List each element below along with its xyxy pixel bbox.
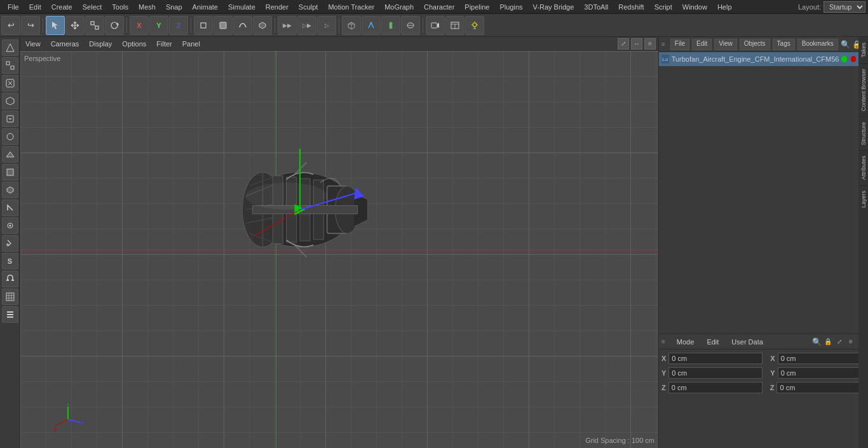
attr-edit-btn[interactable]: Edit	[703, 337, 722, 347]
select-tool-button[interactable]	[46, 16, 65, 35]
menu-sculpt[interactable]: Sculpt	[294, 2, 323, 12]
menu-select[interactable]: Select	[78, 2, 107, 12]
sidebar-btn-s[interactable]: S	[2, 253, 18, 269]
menu-script[interactable]: Script	[649, 2, 677, 12]
render-active-view-button[interactable]: ▷	[317, 16, 336, 35]
viewport-menu-options[interactable]: Options	[119, 39, 149, 49]
menu-plugins[interactable]: Plugins	[494, 2, 527, 12]
menu-tools[interactable]: Tools	[107, 2, 133, 12]
sidebar-btn-3[interactable]	[2, 75, 18, 92]
menu-motion-tracker[interactable]: Motion Tracker	[323, 2, 379, 12]
layout-select[interactable]: Startup	[824, 1, 865, 13]
viewport-icon-config[interactable]: ≡	[644, 38, 656, 50]
sidebar-btn-paint[interactable]	[2, 235, 18, 252]
attr-userdata-btn[interactable]: User Data	[728, 337, 767, 347]
knife-tool-button[interactable]	[381, 16, 400, 35]
viewport-menu-cameras[interactable]: Cameras	[48, 39, 82, 49]
menu-window[interactable]: Window	[677, 2, 712, 12]
scale-tool-button[interactable]	[85, 16, 104, 35]
sidebar-btn-corner[interactable]	[2, 200, 18, 216]
menu-mograph[interactable]: MoGraph	[379, 2, 419, 12]
edge-tab-layers[interactable]: Layers	[858, 185, 868, 213]
sidebar-btn-grid[interactable]	[2, 288, 18, 305]
menu-3dtoall[interactable]: 3DToAll	[579, 2, 613, 12]
sidebar-btn-layers[interactable]	[2, 306, 18, 323]
objects-edit-menu[interactable]: Edit	[692, 39, 712, 50]
attr-x-pos-input[interactable]	[668, 353, 763, 364]
menu-vray[interactable]: V-Ray Bridge	[528, 2, 580, 12]
render-picture-viewer-button[interactable]: ▷▶	[297, 16, 316, 35]
sidebar-btn-6[interactable]	[2, 128, 18, 145]
attr-config-icon[interactable]: ≡	[846, 337, 856, 347]
move-tool-button[interactable]	[65, 16, 85, 35]
attr-hx-input[interactable]	[778, 353, 868, 364]
sidebar-btn-magnet[interactable]	[2, 271, 18, 287]
objects-search-icon[interactable]: 🔍	[841, 39, 851, 50]
objects-objects-menu[interactable]: Objects	[740, 39, 770, 50]
redo-button[interactable]: ↪	[21, 16, 40, 35]
menu-redshift[interactable]: Redshift	[613, 2, 649, 12]
objects-file-menu[interactable]: File	[670, 39, 689, 50]
z-axis-button[interactable]: Z	[169, 16, 188, 35]
sidebar-btn-8[interactable]	[2, 164, 18, 180]
edge-tab-structure[interactable]: Structure	[858, 116, 868, 151]
sidebar-btn-7[interactable]	[2, 146, 18, 163]
sidebar-btn-2[interactable]	[2, 57, 18, 74]
camera-button[interactable]	[426, 16, 445, 35]
toolbar-primitives-group	[342, 16, 420, 35]
rotate-tool-button[interactable]	[105, 16, 124, 35]
attr-lock-icon[interactable]: 🔒	[823, 337, 833, 347]
attr-hz-input[interactable]	[776, 382, 868, 393]
attr-hx-label: X	[770, 355, 775, 362]
viewport-menu-panel[interactable]: Panel	[180, 39, 203, 49]
light-button[interactable]	[465, 16, 484, 35]
object-item-engine[interactable]: Lo Turbofan_Aircraft_Engine_CFM_Internat…	[659, 52, 858, 66]
edge-tab-attributes[interactable]: Attributes	[858, 150, 868, 185]
sidebar-btn-5[interactable]	[2, 111, 18, 127]
menu-edit[interactable]: Edit	[24, 2, 46, 12]
viewport-canvas[interactable]: Perspective	[20, 51, 658, 448]
cube-button[interactable]	[342, 16, 361, 35]
undo-button[interactable]: ↩	[1, 16, 20, 35]
x-axis-button[interactable]: X	[130, 16, 149, 35]
sidebar-btn-1[interactable]	[2, 39, 18, 56]
attr-y-pos-input[interactable]	[668, 367, 763, 379]
sidebar-btn-knife[interactable]	[2, 217, 18, 234]
menu-pipeline[interactable]: Pipeline	[459, 2, 494, 12]
viewport-menu-view[interactable]: View	[23, 39, 43, 49]
edge-tab-content-browser[interactable]: Content Browser	[858, 63, 868, 116]
objects-bookmarks-menu[interactable]: Bookmarks	[797, 39, 838, 50]
menu-render[interactable]: Render	[261, 2, 294, 12]
viewport-menu-filter[interactable]: Filter	[154, 39, 174, 49]
view-settings-button[interactable]	[445, 16, 465, 35]
menu-file[interactable]: File	[3, 2, 24, 12]
sidebar-btn-4[interactable]	[2, 93, 18, 109]
polygon-object-button[interactable]	[214, 16, 233, 35]
attr-z-pos-input[interactable]	[668, 382, 763, 393]
objects-view-menu[interactable]: View	[714, 39, 737, 50]
attr-hy-input[interactable]	[778, 367, 868, 379]
sidebar-btn-9[interactable]	[2, 182, 18, 198]
menu-animate[interactable]: Animate	[187, 2, 223, 12]
menu-character[interactable]: Character	[419, 2, 459, 12]
menu-snap[interactable]: Snap	[161, 2, 187, 12]
objects-tags-menu[interactable]: Tags	[773, 39, 795, 50]
extrude-button[interactable]	[253, 16, 272, 35]
menu-help[interactable]: Help	[712, 2, 737, 12]
spline-tool-button[interactable]	[233, 16, 252, 35]
edge-tab-takes[interactable]: Takes	[858, 37, 868, 63]
render-region-button[interactable]: ▶▶	[278, 16, 297, 35]
menu-create[interactable]: Create	[46, 2, 78, 12]
viewport-menu-display[interactable]: Display	[86, 39, 114, 49]
attr-mode-btn[interactable]: Mode	[673, 337, 698, 347]
viewport-icon-expand[interactable]: ⤢	[618, 38, 629, 50]
attr-expand-icon[interactable]: ⤢	[834, 337, 844, 347]
menu-mesh[interactable]: Mesh	[133, 2, 161, 12]
viewport-icon-arrow[interactable]: ↔	[631, 38, 642, 50]
pen-tool-button[interactable]	[362, 16, 381, 35]
menu-simulate[interactable]: Simulate	[223, 2, 261, 12]
null-object-button[interactable]	[194, 16, 213, 35]
y-axis-button[interactable]: Y	[149, 16, 168, 35]
deformer-button[interactable]	[401, 16, 420, 35]
attr-search-icon[interactable]: 🔍	[811, 337, 822, 347]
